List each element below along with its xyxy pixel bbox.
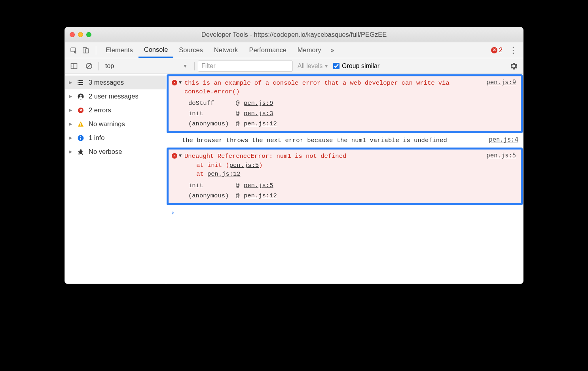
titlebar: Developer Tools - https://codepen.io/kay… <box>65 27 523 42</box>
svg-rect-12 <box>80 123 81 125</box>
tabs-overflow-button[interactable]: » <box>326 43 338 57</box>
execution-context-select[interactable]: top ▼ <box>102 61 191 71</box>
levels-label: All levels <box>298 62 322 70</box>
close-window-button[interactable] <box>70 32 75 37</box>
svg-rect-15 <box>80 138 81 140</box>
svg-point-18 <box>80 149 82 151</box>
svg-point-11 <box>80 95 82 97</box>
group-similar-input[interactable] <box>333 63 340 69</box>
window-title: Developer Tools - https://codepen.io/kay… <box>65 31 523 38</box>
sidebar-item-errors[interactable]: ▶ ✕ 2 errors <box>65 103 166 117</box>
console-output: ✕ ▼ this is an example of a console erro… <box>166 74 523 284</box>
tab-sources[interactable]: Sources <box>173 43 209 57</box>
error-icon: ✕ <box>172 153 177 159</box>
traffic-lights <box>70 32 91 37</box>
sidebar-item-warnings[interactable]: ▶ No warnings <box>65 117 166 131</box>
inspect-element-icon[interactable] <box>68 45 80 55</box>
tab-performance[interactable]: Performance <box>243 43 292 57</box>
svg-point-16 <box>80 136 81 137</box>
minimize-window-button[interactable] <box>78 32 83 37</box>
console-sidebar: ▶ 3 messages ▶ 2 user messages ▶ ✕ 2 err… <box>65 74 166 284</box>
filter-input[interactable] <box>198 61 293 72</box>
sidebar-item-label: 3 messages <box>89 79 124 86</box>
svg-point-9 <box>78 84 78 85</box>
more-options-button[interactable]: ⋮ <box>506 45 520 55</box>
stack-frame-fn: init <box>188 182 235 189</box>
sidebar-item-label: 2 user messages <box>89 93 138 100</box>
sidebar-item-user-messages[interactable]: ▶ 2 user messages <box>65 89 166 103</box>
source-link[interactable]: pen.js:5 <box>482 152 516 178</box>
sidebar-item-label: No warnings <box>89 120 125 128</box>
devtools-tabbar: Elements Console Sources Network Perform… <box>65 42 523 58</box>
group-similar-label: Group similar <box>342 62 379 70</box>
disclosure-icon: ▶ <box>68 94 73 99</box>
stack-trace: doStuff @ pen.js:9 init @ pen.js:3 (anon… <box>184 98 516 129</box>
disclosure-icon[interactable]: ▼ <box>179 153 182 159</box>
toggle-sidebar-icon[interactable] <box>68 62 80 70</box>
user-icon <box>77 93 85 100</box>
inline-stack-prefix: at init ( <box>196 162 230 169</box>
source-link[interactable]: pen.js:9 <box>482 79 516 97</box>
source-link[interactable]: pen.js:5 <box>244 182 273 189</box>
source-link[interactable]: pen.js:9 <box>244 100 273 107</box>
log-levels-select[interactable]: All levels ▼ <box>296 62 330 70</box>
dropdown-icon: ▼ <box>324 64 328 68</box>
divider <box>98 62 99 70</box>
dropdown-icon: ▼ <box>183 63 188 69</box>
maximize-window-button[interactable] <box>86 32 91 37</box>
stack-frame: doStuff @ pen.js:9 <box>184 98 516 108</box>
stack-frame-at: @ <box>236 120 243 127</box>
source-link[interactable]: pen.js:12 <box>244 120 277 127</box>
divider <box>194 62 195 70</box>
tab-elements[interactable]: Elements <box>100 43 138 57</box>
error-icon: ✕ <box>172 80 177 85</box>
message-text: Uncaught ReferenceError: num1 is not def… <box>184 152 482 178</box>
sidebar-item-verbose[interactable]: ▶ No verbose <box>65 145 166 159</box>
console-error-message[interactable]: ✕ ▼ Uncaught ReferenceError: num1 is not… <box>169 150 521 203</box>
error-icon: ✕ <box>491 47 497 53</box>
clear-console-icon[interactable] <box>83 62 95 70</box>
console-log-message[interactable]: the browser throws the next error becaus… <box>166 134 523 147</box>
tab-network[interactable]: Network <box>209 43 244 57</box>
sidebar-item-label: No verbose <box>89 148 122 155</box>
source-link[interactable]: pen.js:4 <box>484 136 518 145</box>
source-link[interactable]: pen.js:5 <box>230 162 259 169</box>
console-settings-icon[interactable] <box>507 62 520 70</box>
tab-memory[interactable]: Memory <box>292 43 327 57</box>
stack-frame-at: @ <box>236 192 243 199</box>
svg-rect-13 <box>80 125 81 126</box>
stack-frame-fn: doStuff <box>188 100 235 107</box>
device-toolbar-icon[interactable] <box>80 45 92 55</box>
sidebar-item-label: 1 info <box>89 134 104 142</box>
disclosure-icon: ▶ <box>68 149 73 154</box>
tab-console[interactable]: Console <box>138 43 174 58</box>
console-body: ▶ 3 messages ▶ 2 user messages ▶ ✕ 2 err… <box>65 74 523 284</box>
list-icon <box>77 80 85 86</box>
stack-trace: init @ pen.js:5 (anonymous) @ pen.js:12 <box>184 180 516 201</box>
console-error-message[interactable]: ✕ ▼ this is an example of a console erro… <box>169 76 521 131</box>
sidebar-item-messages[interactable]: ▶ 3 messages <box>65 76 166 89</box>
stack-frame-at: @ <box>236 110 243 117</box>
console-prompt[interactable]: › <box>166 206 523 220</box>
source-link[interactable]: pen.js:12 <box>244 192 277 199</box>
sidebar-item-info[interactable]: ▶ 1 info <box>65 131 166 145</box>
group-similar-checkbox[interactable]: Group similar <box>333 62 379 70</box>
stack-frame: (anonymous) @ pen.js:12 <box>184 191 516 201</box>
stack-frame: init @ pen.js:5 <box>184 180 516 191</box>
stack-frame: (anonymous) @ pen.js:12 <box>184 119 516 129</box>
stack-frame-at: @ <box>236 100 243 107</box>
info-icon <box>77 135 85 141</box>
warning-icon <box>77 121 85 127</box>
disclosure-icon: ▶ <box>68 80 73 85</box>
stack-frame: init @ pen.js:3 <box>184 108 516 119</box>
devtools-window: Developer Tools - https://codepen.io/kay… <box>64 27 524 284</box>
disclosure-icon: ▶ <box>68 108 73 113</box>
source-link[interactable]: pen.js:3 <box>244 110 273 117</box>
divider <box>96 46 96 55</box>
error-count-value: 2 <box>499 47 503 54</box>
error-count-badge[interactable]: ✕ 2 <box>491 47 503 54</box>
svg-point-8 <box>78 82 78 83</box>
sidebar-item-label: 2 errors <box>89 106 111 114</box>
source-link[interactable]: pen.js:12 <box>207 170 241 178</box>
disclosure-icon[interactable]: ▼ <box>179 80 182 85</box>
